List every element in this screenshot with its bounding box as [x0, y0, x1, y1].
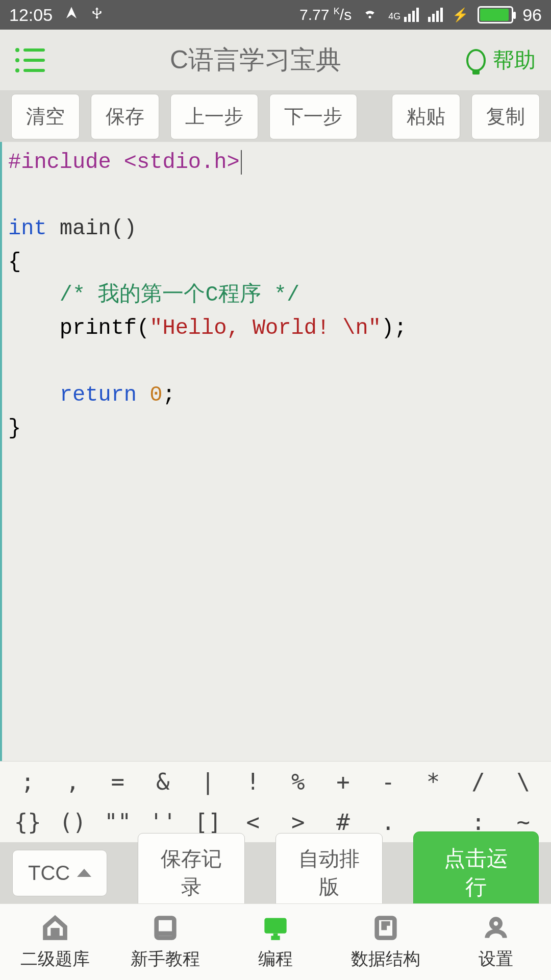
share-icon [64, 5, 79, 25]
symbol-key[interactable]: \ [505, 769, 542, 795]
undo-button[interactable]: 上一步 [170, 94, 258, 139]
help-label: 帮助 [493, 46, 536, 75]
battery-icon [478, 6, 513, 23]
symbol-key[interactable]: {} [9, 809, 46, 835]
symbol-key[interactable]: [] [189, 809, 226, 835]
network-speed: 7.77 K/s [299, 6, 352, 23]
code-token: int [8, 216, 47, 241]
nav-label: 二级题库 [20, 947, 90, 971]
symbol-row-1: ; , = & | ! % + - * / \ [0, 762, 551, 802]
auto-format-button[interactable]: 自动排版 [276, 833, 383, 913]
book-icon [150, 914, 181, 942]
symbol-key[interactable]: . [370, 809, 407, 835]
redo-button[interactable]: 下一步 [269, 94, 357, 139]
wifi-icon [361, 5, 379, 25]
signal-icon [428, 8, 443, 22]
symbol-key[interactable]: ; [9, 769, 46, 795]
nav-item-coding[interactable]: 编程 [220, 904, 331, 980]
nav-label: 新手教程 [131, 947, 200, 971]
symbol-key[interactable]: = [99, 769, 136, 795]
symbol-key[interactable]: * [415, 769, 452, 795]
symbol-key[interactable]: % [280, 769, 316, 795]
help-button[interactable]: 帮助 [466, 46, 536, 75]
nav-item-data-structure[interactable]: 数据结构 [331, 904, 441, 980]
code-token: ); [381, 316, 407, 340]
code-token: ; [162, 383, 175, 407]
status-time: 12:05 [9, 5, 53, 25]
symbol-key[interactable]: ! [235, 769, 271, 795]
battery-level: 96 [522, 5, 542, 25]
menu-icon[interactable] [15, 48, 45, 72]
nav-item-tutorial[interactable]: 新手教程 [110, 904, 220, 980]
usb-icon [90, 4, 104, 26]
nav-item-settings[interactable]: 设置 [441, 904, 551, 980]
code-token: /* 我的第一个C程序 */ [8, 283, 299, 307]
home-icon [40, 914, 70, 942]
monitor-icon [260, 914, 291, 942]
nav-label: 设置 [479, 947, 513, 971]
code-token: "Hello, World! \n" [149, 316, 381, 340]
symbol-key[interactable]: > [280, 809, 316, 835]
save-button[interactable]: 保存 [91, 94, 159, 139]
clear-button[interactable]: 清空 [11, 94, 80, 139]
copy-button[interactable]: 复制 [471, 94, 540, 139]
symbol-key[interactable]: - [370, 769, 407, 795]
app-title: C语言学习宝典 [45, 43, 466, 77]
symbol-key[interactable]: | [189, 769, 226, 795]
symbol-bar: ; , = & | ! % + - * / \ {} () "" '' [] <… [0, 761, 551, 842]
nav-item-question-bank[interactable]: 二级题库 [0, 904, 110, 980]
compiler-select[interactable]: TCC [12, 850, 107, 896]
code-token: { [8, 250, 21, 274]
paste-button[interactable]: 粘贴 [392, 94, 460, 139]
symbol-key[interactable]: < [235, 809, 271, 835]
code-editor[interactable]: #include <stdio.h> int main() { /* 我的第一个… [0, 142, 551, 761]
symbol-key[interactable]: & [144, 769, 181, 795]
action-bar: TCC 保存记录 自动排版 点击运行 [0, 842, 551, 903]
nav-label: 数据结构 [351, 947, 420, 971]
code-token: printf( [8, 316, 149, 340]
symbol-key[interactable]: + [324, 769, 361, 795]
code-token: <stdio.h> [124, 150, 240, 175]
symbol-key[interactable]: () [54, 809, 91, 835]
status-bar: 12:05 7.77 K/s 4G ⚡ 96 [0, 0, 551, 30]
app-header: C语言学习宝典 帮助 [0, 30, 551, 91]
text-cursor [241, 150, 242, 175]
bottom-nav: 二级题库 新手教程 编程 数据结构 设置 [0, 903, 551, 980]
nav-label: 编程 [258, 947, 293, 971]
save-record-button[interactable]: 保存记录 [138, 833, 245, 913]
symbol-key[interactable]: "" [99, 809, 136, 835]
person-icon [481, 914, 511, 942]
symbol-key[interactable]: '' [144, 809, 181, 835]
run-button[interactable]: 点击运行 [413, 831, 539, 914]
compiler-label: TCC [28, 862, 70, 885]
bulb-icon [466, 49, 486, 71]
document-icon [370, 914, 401, 942]
code-token: #include [8, 150, 124, 175]
code-token: } [8, 416, 21, 440]
svg-point-3 [491, 919, 500, 927]
code-token: 0 [149, 383, 162, 407]
toolbar: 清空 保存 上一步 下一步 粘贴 复制 [0, 91, 551, 142]
signal-4g-icon: 4G [388, 8, 419, 22]
chevron-up-icon [77, 869, 91, 877]
symbol-key[interactable]: , [54, 769, 91, 795]
symbol-key[interactable]: # [324, 809, 361, 835]
code-token: main() [47, 216, 137, 241]
code-token: return [8, 383, 149, 407]
symbol-key[interactable]: / [460, 769, 496, 795]
charging-icon: ⚡ [452, 7, 468, 23]
svg-rect-1 [264, 918, 286, 933]
